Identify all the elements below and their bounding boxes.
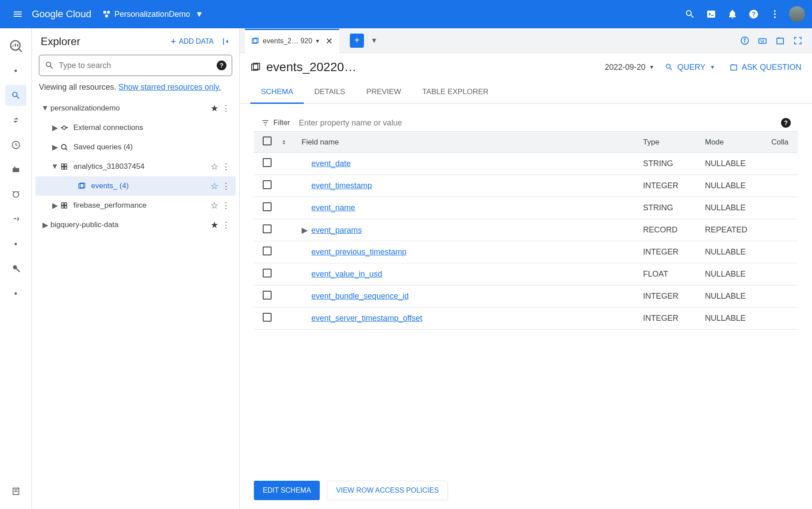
rail-notes[interactable] [5,481,27,502]
field-name-link[interactable]: event_timestamp [311,181,372,190]
chevron-down-icon[interactable]: ▼ [40,104,50,113]
view-row-policies-button[interactable]: VIEW ROW ACCESS POLICIES [327,481,448,500]
more-menu-button[interactable] [764,4,785,25]
rail-reservations[interactable] [5,159,27,180]
field-name-link[interactable]: event_date [311,159,351,168]
rail-dot-3[interactable]: • [5,283,27,304]
fullscreen-icon [793,36,803,46]
rail-search[interactable] [5,85,27,106]
row-checkbox[interactable] [263,291,272,300]
field-name-link[interactable]: event_name [311,203,355,212]
more-vert-icon[interactable]: ⋮ [221,162,231,171]
rail-biengine[interactable] [5,184,27,205]
tree-project-public[interactable]: ▶ bigquery-public-data ★ ⋮ [35,215,236,235]
field-name-link[interactable]: event_bundle_sequence_id [311,292,409,300]
expand-icon[interactable]: ▶ [302,225,309,235]
tree-dataset-analytics[interactable]: ▼ analytics_318037454 ☆ ⋮ [35,157,236,176]
schema-filter-input[interactable] [299,118,781,128]
star-filled-icon[interactable]: ★ [208,103,221,114]
tree-saved-queries[interactable]: ▶ Saved queries (4) [35,137,236,157]
schema-area: Filter ? Field name Type Mode Colla even… [240,104,812,472]
select-all-checkbox[interactable] [263,137,272,145]
field-name-link[interactable]: event_params [311,226,362,235]
biengine-icon [11,190,21,199]
notifications-button[interactable] [722,4,743,25]
info-button[interactable] [736,32,754,49]
star-outline-icon[interactable]: ☆ [208,161,221,172]
explorer-panel: Explorer + ADD DATA ? Viewing all resour… [32,28,240,509]
search-help-icon[interactable]: ? [217,61,226,70]
explorer-search-box[interactable]: ? [39,55,232,76]
header-search-button[interactable] [679,4,701,25]
chevron-down-icon[interactable]: ▼ [315,38,320,44]
ask-question-button[interactable]: ASK QUESTION [729,63,801,72]
rail-dot-1[interactable]: • [5,60,27,81]
project-selector[interactable]: PersonalizationDemo ▼ [102,10,203,19]
keyboard-icon [758,36,767,46]
tab-dropdown[interactable]: ▼ [367,33,381,48]
new-tab-button[interactable]: + [350,34,364,48]
google-cloud-logo[interactable]: Google Cloud [32,8,92,20]
filter-help-icon[interactable]: ? [781,118,791,128]
row-checkbox[interactable] [263,202,272,211]
partition-selector[interactable]: 2022-09-20 ▼ [605,63,654,72]
tree-table-events[interactable]: events_ (4) ☆ ⋮ [35,176,236,196]
star-outline-icon[interactable]: ☆ [208,181,221,191]
help-button[interactable]: ? [743,4,764,25]
star-outline-icon[interactable]: ☆ [208,200,221,211]
history-button[interactable] [771,32,789,49]
sort-icon[interactable] [280,139,298,146]
keyboard-button[interactable] [754,32,771,49]
hamburger-menu-button[interactable] [7,4,28,25]
user-avatar[interactable] [789,6,805,22]
row-checkbox[interactable] [263,224,272,233]
row-checkbox[interactable] [263,158,272,167]
field-name-link[interactable]: event_value_in_usd [311,270,382,278]
field-name-link[interactable]: event_previous_timestamp [311,247,406,256]
more-vert-icon[interactable]: ⋮ [221,181,231,191]
tree-external-connections[interactable]: ▶ External connections [35,118,236,137]
tree-project[interactable]: ▼ personalizationdemo ★ ⋮ [35,99,236,118]
chevron-right-icon[interactable]: ▶ [50,201,60,210]
tab-table-explorer[interactable]: TABLE EXPLORER [412,81,499,103]
more-vert-icon[interactable]: ⋮ [221,201,231,210]
fullscreen-button[interactable] [789,32,807,49]
edit-schema-button[interactable]: EDIT SCHEMA [254,481,320,500]
add-data-button[interactable]: + ADD DATA [171,36,214,47]
svg-point-33 [744,38,745,39]
tree-dataset-firebase[interactable]: ▶ firebase_performance ☆ ⋮ [35,196,236,215]
svg-rect-22 [65,167,67,169]
chevron-right-icon[interactable]: ▶ [50,123,60,133]
tab-preview[interactable]: PREVIEW [356,81,411,103]
rail-transfers[interactable] [5,110,27,131]
rail-migration[interactable] [5,209,27,230]
tab-details[interactable]: DETAILS [304,81,356,103]
tab-schema[interactable]: SCHEMA [250,81,304,104]
more-vert-icon[interactable]: ⋮ [221,220,231,230]
more-vert-icon[interactable]: ⋮ [221,103,231,113]
row-checkbox[interactable] [263,313,272,322]
reservations-icon [11,165,21,175]
row-checkbox[interactable] [263,247,272,255]
schema-row: event_dateSTRINGNULLABLE [254,153,798,175]
collapse-panel-button[interactable] [221,37,230,46]
rail-dot-2[interactable]: • [5,233,27,254]
chevron-right-icon[interactable]: ▶ [40,220,50,230]
rail-scheduled[interactable] [5,134,27,156]
show-starred-link[interactable]: Show starred resources only. [119,83,221,91]
explorer-search-input[interactable] [59,61,217,70]
workspace-tab[interactable]: events_2… 920 ▼ ✕ [245,29,339,53]
star-filled-icon[interactable]: ★ [208,220,221,230]
close-tab-button[interactable]: ✕ [326,36,333,46]
cloud-shell-button[interactable] [701,4,722,25]
schema-row: event_value_in_usdFLOATNULLABLE [254,263,798,285]
chevron-down-icon[interactable]: ▼ [50,162,60,171]
chevron-right-icon[interactable]: ▶ [50,143,60,152]
row-checkbox[interactable] [263,269,272,277]
query-button[interactable]: QUERY ▼ [665,63,715,72]
rail-bigquery-icon[interactable] [5,35,27,57]
rail-settings[interactable] [5,258,27,279]
filter-label: Filter [273,118,290,127]
row-checkbox[interactable] [263,180,272,189]
field-name-link[interactable]: event_server_timestamp_offset [311,314,422,323]
